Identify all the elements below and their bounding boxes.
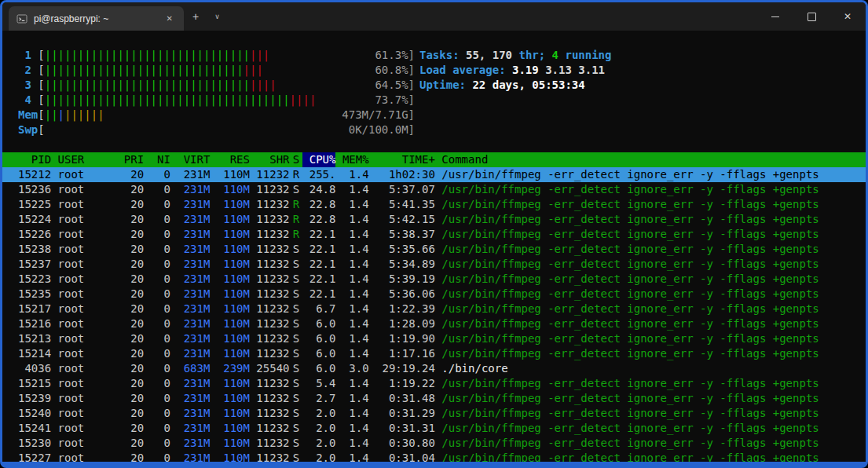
process-row-15223[interactable]: 15223root200231M110M11232S22.11.45:39.19… bbox=[2, 272, 866, 287]
close-button[interactable]: ✕ bbox=[830, 2, 866, 31]
terminal-icon bbox=[16, 13, 27, 24]
process-row-15226[interactable]: 15226root200231M110M11232R22.11.45:38.37… bbox=[2, 227, 866, 242]
new-tab-button[interactable]: + bbox=[185, 9, 206, 24]
tab-title: pi@raspberrypi: ~ bbox=[34, 13, 162, 24]
meter-bars bbox=[45, 122, 349, 137]
column-header-ni[interactable]: NI bbox=[144, 152, 170, 167]
process-row-15213[interactable]: 15213root200231M110M11232S6.01.41:19.90/… bbox=[2, 331, 866, 346]
column-header-mem[interactable]: MEM% bbox=[335, 152, 368, 167]
column-header-s[interactable]: S bbox=[290, 152, 303, 167]
blank-line bbox=[2, 137, 866, 152]
process-row-15235[interactable]: 15235root200231M110M11232S22.11.45:36.06… bbox=[2, 287, 866, 302]
htop-header-area: 1[||||||||||||||||||||||||||||||||||61.3… bbox=[2, 48, 866, 137]
summary-block: Tasks: 55, 170 thr; 4 runningLoad averag… bbox=[419, 48, 611, 137]
meter-bars: ||||||||||||||||||||||||||||||||||||||||… bbox=[45, 93, 375, 108]
column-header-cpu[interactable]: CPU% bbox=[302, 152, 335, 167]
tab-close-icon[interactable]: ✕ bbox=[162, 13, 178, 24]
process-row-15212[interactable]: 15212root200231M110M11232R255.1.41h02:30… bbox=[2, 167, 866, 182]
process-row-15215[interactable]: 15215root200231M110M11232S5.41.41:19.22/… bbox=[2, 376, 866, 391]
process-row-15224[interactable]: 15224root200231M110M11232R22.81.45:42.15… bbox=[2, 212, 866, 227]
summary-line-2: Uptime: 22 days, 05:53:34 bbox=[419, 78, 611, 93]
terminal[interactable]: 1[||||||||||||||||||||||||||||||||||61.3… bbox=[2, 31, 866, 462]
process-row-15214[interactable]: 15214root200231M110M11232S6.01.41:17.16/… bbox=[2, 346, 866, 361]
process-row-4036[interactable]: 4036root200683M239M25540S6.03.029:19.24.… bbox=[2, 361, 866, 376]
process-row-15216[interactable]: 15216root200231M110M11232S6.01.41:28.09/… bbox=[2, 316, 866, 331]
terminal-window: pi@raspberrypi: ~ ✕ + ∨ ✕ 1[||||||||||||… bbox=[0, 0, 868, 468]
meter-bars: ||||||||||||||||||||||||||||||||||| bbox=[45, 78, 375, 93]
process-row-15230[interactable]: 15230root200231M110M11232S2.01.40:30.80/… bbox=[2, 436, 866, 451]
meter-bars: |||||||||||||||||||||||||||||||||| bbox=[45, 48, 375, 63]
meter-3: 3[|||||||||||||||||||||||||||||||||||64.… bbox=[2, 78, 415, 93]
column-header-pid[interactable]: PID bbox=[18, 152, 51, 167]
column-header-virt[interactable]: VIRT bbox=[170, 152, 211, 167]
minimize-icon bbox=[771, 16, 779, 17]
process-row-15240[interactable]: 15240root200231M110M11232S2.01.40:31.29/… bbox=[2, 406, 866, 421]
process-row-15238[interactable]: 15238root200231M110M11232S22.11.45:35.66… bbox=[2, 242, 866, 257]
meter-block: 1[||||||||||||||||||||||||||||||||||61.3… bbox=[2, 48, 399, 137]
meter-2: 2[|||||||||||||||||||||||||||||||||60.8%… bbox=[2, 63, 415, 78]
titlebar[interactable]: pi@raspberrypi: ~ ✕ + ∨ ✕ bbox=[2, 2, 866, 31]
column-header-pri[interactable]: PRI bbox=[117, 152, 144, 167]
column-header-time[interactable]: TIME+ bbox=[369, 152, 435, 167]
summary-line-0: Tasks: 55, 170 thr; 4 running bbox=[419, 48, 611, 63]
summary-line-1: Load average: 3.19 3.13 3.11 bbox=[419, 63, 611, 78]
meter-1: 1[||||||||||||||||||||||||||||||||||61.3… bbox=[2, 48, 415, 63]
table-header: PIDUSERPRINIVIRTRESSHRSCPU%MEM%TIME+Comm… bbox=[2, 152, 866, 167]
process-row-15217[interactable]: 15217root200231M110M11232S6.71.41:22.39/… bbox=[2, 302, 866, 316]
maximize-button[interactable] bbox=[793, 2, 830, 31]
minimize-button[interactable] bbox=[757, 2, 793, 31]
process-row-15237[interactable]: 15237root200231M110M11232S22.11.45:34.89… bbox=[2, 257, 866, 272]
column-header-shr[interactable]: SHR bbox=[250, 152, 290, 167]
process-row-15241[interactable]: 15241root200231M110M11232S2.01.40:31.31/… bbox=[2, 421, 866, 436]
process-rows: 15212root200231M110M11232R255.1.41h02:30… bbox=[2, 167, 866, 462]
meter-bars: ||||||||||||||||||||||||||||||||| bbox=[45, 63, 375, 78]
tab-dropdown-icon[interactable]: ∨ bbox=[207, 11, 227, 22]
process-row-15227[interactable]: 15227root200231M110M11232S2.01.40:31.04/… bbox=[2, 451, 866, 462]
column-header-user[interactable]: USER bbox=[58, 152, 118, 167]
maximize-icon bbox=[808, 13, 816, 21]
meter-bars: ||||||||| bbox=[45, 108, 342, 122]
process-row-15225[interactable]: 15225root200231M110M11232R22.81.45:41.35… bbox=[2, 197, 866, 212]
process-row-15239[interactable]: 15239root200231M110M11232S2.71.40:31.48/… bbox=[2, 391, 866, 406]
window-controls: ✕ bbox=[757, 2, 866, 31]
tab-active[interactable]: pi@raspberrypi: ~ ✕ bbox=[9, 6, 184, 31]
column-header-cmd[interactable]: Command bbox=[441, 152, 866, 167]
process-row-15236[interactable]: 15236root200231M110M11232S24.81.45:37.07… bbox=[2, 182, 866, 197]
meter-mem: Mem[|||||||||473M/7.71G] bbox=[2, 108, 415, 122]
column-header-res[interactable]: RES bbox=[210, 152, 250, 167]
meter-4: 4[||||||||||||||||||||||||||||||||||||||… bbox=[2, 93, 415, 108]
meter-swp: Swp[0K/100.0M] bbox=[2, 122, 415, 137]
